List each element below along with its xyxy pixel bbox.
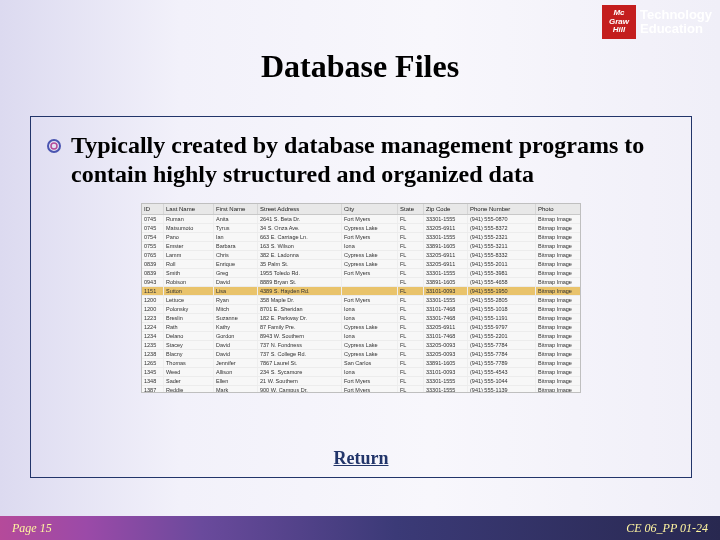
table-cell: Bitmap Image: [536, 323, 581, 331]
table-cell: FL: [398, 215, 424, 223]
table-cell: FL: [398, 269, 424, 277]
table-row: 1224RathKathy87 Family Pre.Cypress LakeF…: [142, 323, 580, 332]
table-cell: Fort Myers: [342, 386, 398, 393]
table-row: 0754PanoIan663 E. Carriage Ln.Fort Myers…: [142, 233, 580, 242]
table-row: 0839RollEnrique35 Palm St.Cypress LakeFL…: [142, 260, 580, 269]
table-cell: Ellen: [214, 377, 258, 385]
table-cell: Emster: [164, 242, 214, 250]
table-cell: Chris: [214, 251, 258, 259]
table-cell: 234 S. Sycamore: [258, 368, 342, 376]
table-cell: Iona: [342, 368, 398, 376]
table-cell: Greg: [214, 269, 258, 277]
table-cell: 0754: [142, 233, 164, 241]
table-cell: 663 E. Carriage Ln.: [258, 233, 342, 241]
table-row: 0745MatsumotoTyrus34 S. Onza Ave.Cypress…: [142, 224, 580, 233]
table-cell: 0943: [142, 278, 164, 286]
table-cell: Cypress Lake: [342, 350, 398, 358]
table-cell: 33891-1605: [424, 278, 468, 286]
table-cell: Anita: [214, 215, 258, 223]
table-row: 0755EmsterBarbara163 S. WilsonIonaFL3389…: [142, 242, 580, 251]
table-cell: (941) 555-1018: [468, 305, 536, 313]
table-cell: Fort Myers: [342, 215, 398, 223]
table-cell: Bitmap Image: [536, 359, 581, 367]
table-cell: Rath: [164, 323, 214, 331]
table-cell: 1151: [142, 287, 164, 295]
table-row: 1348SaderEllen21 W. SouthernFort MyersFL…: [142, 377, 580, 386]
table-cell: Bitmap Image: [536, 278, 581, 286]
table-header-cell: City: [342, 204, 398, 214]
table-cell: 0839: [142, 269, 164, 277]
table-cell: 8943 W. Southern: [258, 332, 342, 340]
table-cell: Bitmap Image: [536, 305, 581, 313]
table-cell: [342, 278, 398, 286]
table-body: 0745RumanAnita2641 S. Beta Dr.Fort Myers…: [142, 215, 580, 393]
table-cell: FL: [398, 377, 424, 385]
table-cell: Bitmap Image: [536, 260, 581, 268]
table-cell: 7867 Laurel St.: [258, 359, 342, 367]
table-cell: (941) 555-2201: [468, 332, 536, 340]
table-cell: Lettuce: [164, 296, 214, 304]
svg-point-0: [48, 140, 60, 152]
table-cell: Bitmap Image: [536, 350, 581, 358]
table-cell: Cypress Lake: [342, 260, 398, 268]
table-cell: Iona: [342, 332, 398, 340]
table-cell: (941) 555-1044: [468, 377, 536, 385]
table-cell: Lisa: [214, 287, 258, 295]
table-cell: 33101-0093: [424, 287, 468, 295]
table-cell: Bitmap Image: [536, 224, 581, 232]
table-cell: Polonsky: [164, 305, 214, 313]
table-cell: 1265: [142, 359, 164, 367]
table-cell: Fort Myers: [342, 233, 398, 241]
table-cell: (941) 555-2805: [468, 296, 536, 304]
table-cell: 33301-1555: [424, 377, 468, 385]
table-cell: FL: [398, 359, 424, 367]
logo-label-2: Education: [640, 22, 712, 36]
table-row: 1265ThomasJennifer7867 Laurel St.San Car…: [142, 359, 580, 368]
table-cell: Cypress Lake: [342, 323, 398, 331]
table-cell: 33205-0093: [424, 341, 468, 349]
table-cell: Breslin: [164, 314, 214, 322]
table-cell: FL: [398, 278, 424, 286]
table-cell: Iona: [342, 314, 398, 322]
table-cell: 1223: [142, 314, 164, 322]
table-cell: 737 S. College Rd.: [258, 350, 342, 358]
table-header-cell: ID: [142, 204, 164, 214]
table-cell: David: [214, 341, 258, 349]
table-cell: Robison: [164, 278, 214, 286]
table-cell: Fort Myers: [342, 377, 398, 385]
table-cell: (941) 555-3211: [468, 242, 536, 250]
table-cell: Cypress Lake: [342, 224, 398, 232]
table-cell: 33301-1555: [424, 386, 468, 393]
table-cell: Jennifer: [214, 359, 258, 367]
table-cell: 35 Palm St.: [258, 260, 342, 268]
return-link[interactable]: Return: [31, 448, 691, 469]
logo-label-1: Technology: [640, 8, 712, 22]
table-cell: 0839: [142, 260, 164, 268]
table-cell: 8889 Bryan St.: [258, 278, 342, 286]
table-cell: 0745: [142, 224, 164, 232]
table-cell: Bitmap Image: [536, 341, 581, 349]
table-cell: 4389 S. Hayden Rd.: [258, 287, 342, 295]
table-cell: San Carlos: [342, 359, 398, 367]
table-cell: 33205-6911: [424, 260, 468, 268]
table-cell: Sader: [164, 377, 214, 385]
table-cell: FL: [398, 233, 424, 241]
table-cell: Ryan: [214, 296, 258, 304]
table-row: 0943RobisonDavid8889 Bryan St.FL33891-16…: [142, 278, 580, 287]
table-row: 0839SmithGreg1955 Toledo Rd.Fort MyersFL…: [142, 269, 580, 278]
table-cell: Bitmap Image: [536, 314, 581, 322]
table-cell: Fort Myers: [342, 269, 398, 277]
table-cell: FL: [398, 251, 424, 259]
table-cell: Bitmap Image: [536, 233, 581, 241]
table-cell: 1345: [142, 368, 164, 376]
table-header-cell: Last Name: [164, 204, 214, 214]
page-number: Page 15: [12, 521, 52, 536]
table-cell: 737 N. Fondness: [258, 341, 342, 349]
table-row: 0745RumanAnita2641 S. Beta Dr.Fort Myers…: [142, 215, 580, 224]
table-cell: Mitch: [214, 305, 258, 313]
table-cell: 358 Maple Dr.: [258, 296, 342, 304]
table-cell: (941) 555-8372: [468, 224, 536, 232]
table-cell: 33301-1555: [424, 233, 468, 241]
table-header-cell: Street Address: [258, 204, 342, 214]
table-row: 1223BreslinSuzanne182 E. Parkway Dr.Iona…: [142, 314, 580, 323]
